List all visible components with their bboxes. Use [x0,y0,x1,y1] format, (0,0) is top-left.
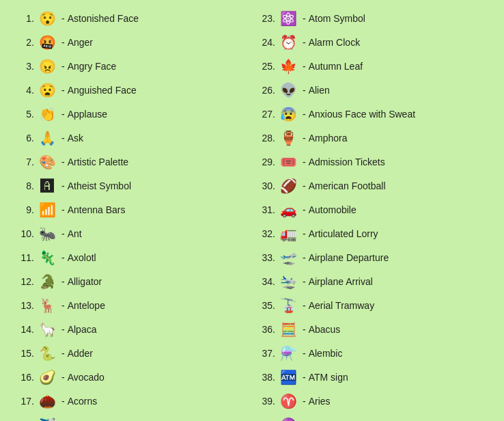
item-label: Atom Symbol [309,12,365,27]
item-label: Avocado [68,370,104,385]
item-dash: - [61,203,65,218]
item-label: Anger [68,36,93,51]
item-number: 28. [255,131,275,146]
item-label: Alpaca [68,323,97,338]
item-label: Angry Face [68,59,117,74]
item-number: 14. [14,323,34,338]
item-emoji: ⚗️ [279,343,297,364]
item-label: Airplane Departure [309,251,389,266]
item-number: 35. [255,299,275,314]
item-number: 32. [255,227,275,242]
item-dash: - [61,347,65,362]
list-item: 7.🎨-Artistic Palette [14,150,249,174]
item-dash: - [61,83,65,98]
list-item: 10.🐜-Ant [14,222,249,246]
item-emoji: 🚗 [279,200,297,221]
item-emoji: 🐜 [38,223,56,245]
item-dash: - [61,394,65,409]
item-number: 33. [255,251,275,266]
item-dash: - [61,36,65,51]
item-number: 12. [14,275,34,290]
item-emoji: 📶 [38,200,56,221]
item-number: 39. [255,394,275,409]
item-dash: - [303,36,306,51]
list-item: 3.😠-Angry Face [14,55,249,79]
list-item: 39.♈-Aries [255,390,490,413]
item-emoji: 🎟️ [279,152,297,173]
item-emoji: 🍁 [279,56,297,77]
item-dash: - [303,83,306,98]
item-dash: - [303,275,306,290]
item-label: Autumn Leaf [309,59,363,74]
list-item: 28.🏺-Amphora [255,126,490,150]
item-number: 6. [14,131,34,146]
item-emoji: 🐍 [38,343,56,364]
item-emoji: 🏺 [279,128,297,149]
item-dash: - [61,323,65,338]
list-item: 5.👏-Applause [14,103,249,126]
item-number: 37. [255,347,275,362]
item-dash: - [303,203,306,218]
item-label: Antelope [68,299,105,314]
item-label: Alligator [68,275,102,290]
item-label: American Football [309,179,386,194]
item-number: 40. [255,418,275,421]
item-emoji: 🤬 [38,32,56,53]
list-item: 1.😯-Astonished Face [14,7,249,31]
item-emoji: 🧮 [279,319,297,340]
column-1: 1.😯-Astonished Face2.🤬-Anger3.😠-Angry Fa… [11,7,252,421]
main-columns: 1.😯-Astonished Face2.🤬-Anger3.😠-Angry Fa… [11,7,493,421]
item-emoji: 🛫 [279,247,297,269]
item-label: Aquarius [309,418,346,421]
item-emoji: 🎨 [38,152,56,173]
item-label: Axolotl [68,251,96,266]
item-label: Admission Tickets [309,155,385,170]
item-number: 5. [14,107,34,122]
item-label: Artistic Palette [68,155,128,170]
list-item: 30.🏈-American Football [255,174,490,198]
item-label: Aries [309,394,331,409]
item-emoji: ♒ [279,415,297,421]
item-label: Applause [68,107,107,122]
list-item: 18.✈️-Airplane [14,413,249,421]
list-item: 27.😰-Anxious Face with Sweat [255,103,490,126]
item-number: 36. [255,323,275,338]
item-dash: - [61,59,65,74]
item-emoji: 🐊 [38,271,56,293]
item-emoji: 😧 [38,80,56,101]
item-dash: - [303,12,306,27]
item-dash: - [61,299,65,314]
list-item: 31.🚗-Automobile [255,198,490,222]
item-number: 16. [14,370,34,385]
item-dash: - [61,12,65,27]
list-item: 32.🚛-Articulated Lorry [255,222,490,246]
item-emoji: 🦙 [38,319,56,340]
item-label: ATM sign [309,370,348,385]
list-item: 9.📶-Antenna Bars [14,198,249,222]
item-emoji: ⚛️ [279,8,297,29]
item-emoji: 😯 [38,8,56,29]
item-number: 11. [14,251,34,266]
item-number: 2. [14,36,34,51]
item-emoji: 👏 [38,104,56,125]
item-label: Alarm Clock [309,36,360,51]
item-dash: - [61,251,65,266]
item-dash: - [303,179,306,194]
item-emoji: 😠 [38,56,56,77]
item-dash: - [303,131,306,146]
item-dash: - [303,155,306,170]
list-item: 36.🧮-Abacus [255,318,490,342]
list-item: 38.🏧-ATM sign [255,366,490,390]
item-number: 10. [14,227,34,242]
item-emoji: 🏈 [279,176,297,197]
item-number: 13. [14,299,34,314]
item-label: Automobile [309,203,356,218]
item-number: 26. [255,83,275,98]
item-emoji: ✈️ [38,415,56,421]
item-number: 27. [255,107,275,122]
list-item: 15.🐍-Adder [14,342,249,366]
item-label: Adder [68,347,93,362]
item-dash: - [61,370,65,385]
item-emoji: 🙏 [38,128,56,149]
list-item: 40.♒-Aquarius [255,413,490,421]
